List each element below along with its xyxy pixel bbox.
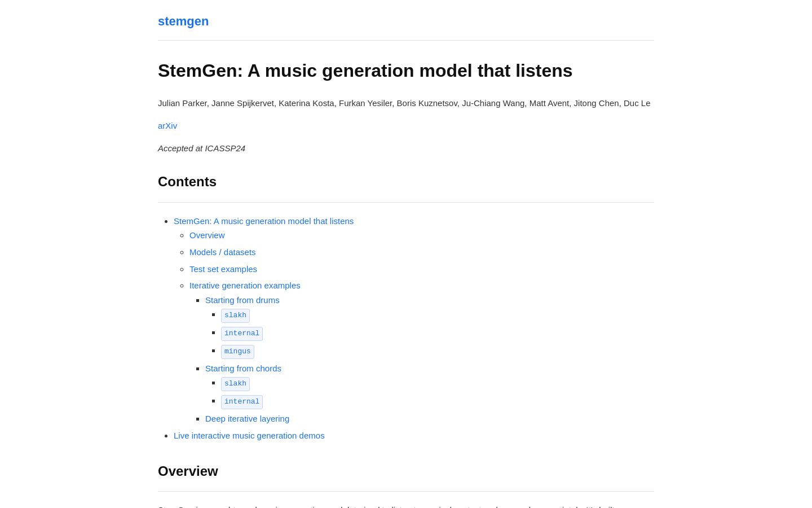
mingus-drums-badge: mingus: [221, 345, 254, 359]
toc-link-deep-layering[interactable]: Deep iterative layering: [205, 414, 289, 423]
contents-divider: [158, 202, 654, 203]
toc-link-internal-drums[interactable]: internal: [221, 327, 263, 337]
toc-link-chords[interactable]: Starting from chords: [205, 364, 281, 373]
toc-item-internal-chords: internal: [221, 393, 654, 409]
overview-section: Overview StemGen is an end-to-end music …: [158, 461, 654, 508]
toc-link-slakh-chords[interactable]: slakh: [221, 378, 250, 387]
authors: Julian Parker, Janne Spijkervet, Katerin…: [158, 97, 654, 110]
overview-divider: [158, 491, 654, 492]
toc-iterative-subitems: Starting from drums slakh: [189, 293, 654, 426]
toc-item-mingus-drums: mingus: [221, 343, 654, 359]
toc-link-live-demos[interactable]: Live interactive music generation demos: [174, 431, 325, 440]
toc-stemgen-subitems: Overview Models / datasets Test set exam…: [174, 228, 654, 426]
toc-link-test-set[interactable]: Test set examples: [189, 264, 257, 274]
slakh-chords-badge: slakh: [221, 377, 250, 391]
toc-top-list: StemGen: A music generation model that l…: [158, 214, 654, 443]
contents-title: Contents: [158, 171, 654, 192]
toc-item-overview: Overview: [189, 228, 654, 243]
toc-item-stemgen: StemGen: A music generation model that l…: [174, 214, 654, 426]
toc-link-models[interactable]: Models / datasets: [189, 247, 256, 257]
toc-item-test-set: Test set examples: [189, 262, 654, 277]
toc-item-deep-layering: Deep iterative layering: [205, 411, 654, 426]
toc-drums-subitems: slakh internal: [205, 307, 654, 358]
page-title: StemGen: A music generation model that l…: [158, 56, 654, 85]
toc-item-live-demos: Live interactive music generation demos: [174, 428, 654, 443]
contents-section: Contents StemGen: A music generation mod…: [158, 171, 654, 443]
toc-link-drums[interactable]: Starting from drums: [205, 295, 280, 305]
toc-link-stemgen[interactable]: StemGen: A music generation model that l…: [174, 216, 354, 226]
overview-paragraph-1: StemGen is an end-to-end music generatio…: [158, 503, 654, 508]
site-title-link[interactable]: stemgen: [158, 11, 654, 31]
page-container: stemgen StemGen: A music generation mode…: [135, 0, 677, 508]
toc-chords-subitems: slakh internal: [205, 375, 654, 409]
internal-chords-badge: internal: [221, 395, 263, 409]
internal-drums-badge: internal: [221, 327, 263, 341]
toc-item-drums: Starting from drums slakh: [205, 293, 654, 359]
arxiv-link[interactable]: arXiv: [158, 119, 654, 133]
toc-item-slakh-drums: slakh: [221, 307, 654, 323]
overview-title: Overview: [158, 461, 654, 482]
toc-link-iterative[interactable]: Iterative generation examples: [189, 281, 301, 290]
slakh-drums-badge: slakh: [221, 309, 250, 323]
toc-item-chords: Starting from chords slakh: [205, 361, 654, 409]
toc-link-slakh-drums[interactable]: slakh: [221, 309, 250, 319]
toc-link-mingus-drums[interactable]: mingus: [221, 345, 254, 355]
toc-link-overview[interactable]: Overview: [189, 230, 225, 240]
toc-item-slakh-chords: slakh: [221, 375, 654, 391]
toc-link-internal-chords[interactable]: internal: [221, 396, 263, 405]
accepted-note: Accepted at ICASSP24: [158, 142, 654, 155]
toc-item-models: Models / datasets: [189, 245, 654, 260]
toc-item-internal-drums: internal: [221, 325, 654, 341]
toc-item-iterative: Iterative generation examples Starting f…: [189, 278, 654, 426]
top-divider: [158, 40, 654, 41]
